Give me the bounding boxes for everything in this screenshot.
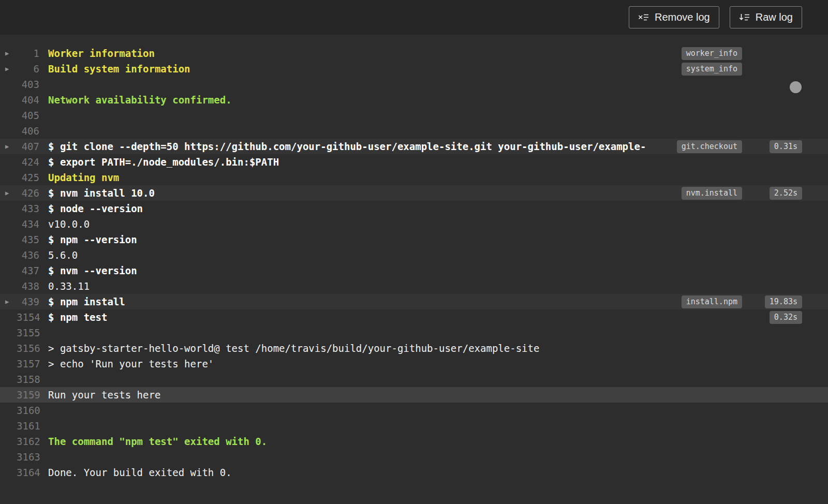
- log-line: 404Network availability confirmed.: [0, 92, 828, 108]
- line-number[interactable]: 439: [17, 296, 39, 307]
- log-line: 4380.33.11: [0, 278, 828, 294]
- line-number[interactable]: 424: [17, 156, 39, 168]
- log-line: 3156> gatsby-starter-hello-world@ test /…: [0, 340, 828, 356]
- line-number[interactable]: 435: [17, 234, 39, 245]
- line-number[interactable]: 3154: [17, 312, 39, 323]
- log-text: Network availability confirmed.: [48, 94, 764, 106]
- raw-log-icon: [739, 13, 750, 22]
- log-text: $ nvm --version: [48, 265, 764, 276]
- line-number[interactable]: 433: [17, 203, 39, 214]
- log-text: The command "npm test" exited with 0.: [48, 436, 764, 447]
- raw-log-button[interactable]: Raw log: [730, 6, 802, 28]
- fold-toggle-icon[interactable]: ▶: [3, 61, 17, 77]
- log-lines: ▶1Worker informationworker_info▶6Build s…: [0, 46, 828, 480]
- log-line: 3157> echo 'Run your tests here': [0, 356, 828, 372]
- log-text: $ npm test: [48, 312, 764, 323]
- log-line: 3155: [0, 325, 828, 340]
- duration-slot: 0.31s: [764, 140, 802, 153]
- duration-badge: 0.31s: [770, 140, 802, 153]
- remove-log-icon: [638, 13, 649, 22]
- log-toolbar: Remove log Raw log: [0, 0, 828, 35]
- line-number[interactable]: 406: [17, 125, 39, 137]
- line-number[interactable]: 3160: [17, 405, 39, 416]
- line-number[interactable]: 3155: [17, 327, 39, 338]
- log-text: Done. Your build exited with 0.: [48, 467, 764, 478]
- log-line: 3164Done. Your build exited with 0.: [0, 465, 828, 480]
- line-number[interactable]: 3159: [17, 389, 39, 401]
- log-text: $ node --version: [48, 203, 764, 214]
- log-line: 406: [0, 123, 828, 139]
- duration-slot: 19.83s: [764, 295, 802, 308]
- log-line: 424$ export PATH=./node_modules/.bin:$PA…: [0, 154, 828, 170]
- duration-slot: 0.32s: [764, 311, 802, 324]
- log-line: 405: [0, 108, 828, 123]
- fold-name-badge: system_info: [682, 63, 742, 76]
- log-text: Run your tests here: [48, 389, 764, 401]
- log-line: 437$ nvm --version: [0, 263, 828, 278]
- line-number[interactable]: 3158: [17, 374, 39, 385]
- raw-log-label: Raw log: [756, 11, 793, 23]
- log-text: Build system information: [48, 63, 675, 75]
- log-line[interactable]: ▶439$ npm installinstall.npm19.83s: [0, 294, 828, 309]
- duration-badge: 0.32s: [770, 311, 802, 324]
- log-text: $ nvm install 10.0: [48, 187, 675, 199]
- line-number[interactable]: 3161: [17, 420, 39, 432]
- line-number[interactable]: 425: [17, 172, 39, 183]
- log-text: 5.6.0: [48, 249, 764, 261]
- line-number[interactable]: 437: [17, 265, 39, 276]
- fold-toggle-icon[interactable]: ▶: [3, 294, 17, 309]
- log-line: 433$ node --version: [0, 201, 828, 216]
- fold-toggle-icon[interactable]: ▶: [3, 139, 17, 154]
- log-line: 4365.6.0: [0, 247, 828, 263]
- line-number[interactable]: 407: [17, 141, 39, 152]
- remove-log-label: Remove log: [655, 11, 710, 23]
- fold-toggle-icon[interactable]: ▶: [3, 185, 17, 201]
- log-line: 3160: [0, 403, 828, 418]
- fold-toggle-icon[interactable]: ▶: [3, 46, 17, 61]
- line-number[interactable]: 3162: [17, 436, 39, 447]
- log-text: v10.0.0: [48, 218, 764, 230]
- log-text: > gatsby-starter-hello-world@ test /home…: [48, 343, 764, 354]
- build-log: ▶1Worker informationworker_info▶6Build s…: [0, 35, 828, 504]
- log-line[interactable]: ▶1Worker informationworker_info: [0, 46, 828, 61]
- log-line: 3161: [0, 418, 828, 434]
- log-text: $ npm install: [48, 296, 675, 307]
- line-number[interactable]: 405: [17, 110, 39, 121]
- line-number[interactable]: 3156: [17, 343, 39, 354]
- line-number[interactable]: 3163: [17, 451, 39, 463]
- log-line: 3158: [0, 372, 828, 387]
- log-line: 3163: [0, 449, 828, 465]
- line-number[interactable]: 1: [17, 48, 39, 59]
- log-text: Worker information: [48, 48, 675, 59]
- line-number[interactable]: 3164: [17, 467, 39, 478]
- fold-name-badge: git.checkout: [677, 140, 742, 153]
- line-number[interactable]: 6: [17, 63, 39, 75]
- line-number[interactable]: 438: [17, 280, 39, 292]
- duration-badge: 2.52s: [770, 187, 802, 200]
- line-number[interactable]: 436: [17, 249, 39, 261]
- log-text: $ git clone --depth=50 https://github.co…: [48, 141, 671, 152]
- log-text: $ export PATH=./node_modules/.bin:$PATH: [48, 156, 764, 168]
- fold-name-badge: worker_info: [682, 47, 742, 60]
- log-line: 435$ npm --version: [0, 232, 828, 247]
- cursor-indicator: [790, 81, 802, 93]
- log-line[interactable]: ▶6Build system informationsystem_info: [0, 61, 828, 77]
- line-number[interactable]: 434: [17, 218, 39, 230]
- log-line: 3159Run your tests here: [0, 387, 828, 403]
- duration-slot: 2.52s: [764, 187, 802, 200]
- line-number[interactable]: 426: [17, 187, 39, 199]
- log-text: $ npm --version: [48, 234, 764, 245]
- fold-name-badge: nvm.install: [682, 187, 742, 200]
- log-line: 434v10.0.0: [0, 216, 828, 232]
- log-text: > echo 'Run your tests here': [48, 358, 764, 369]
- line-number[interactable]: 3157: [17, 358, 39, 369]
- remove-log-button[interactable]: Remove log: [629, 6, 719, 28]
- log-line: 3154$ npm test0.32s: [0, 309, 828, 325]
- log-line[interactable]: ▶407$ git clone --depth=50 https://githu…: [0, 139, 828, 154]
- log-text: 0.33.11: [48, 280, 764, 292]
- log-line: 3162The command "npm test" exited with 0…: [0, 434, 828, 449]
- log-line[interactable]: ▶426$ nvm install 10.0nvm.install2.52s: [0, 185, 828, 201]
- log-line: 403: [0, 77, 828, 92]
- line-number[interactable]: 404: [17, 94, 39, 106]
- line-number[interactable]: 403: [17, 79, 39, 90]
